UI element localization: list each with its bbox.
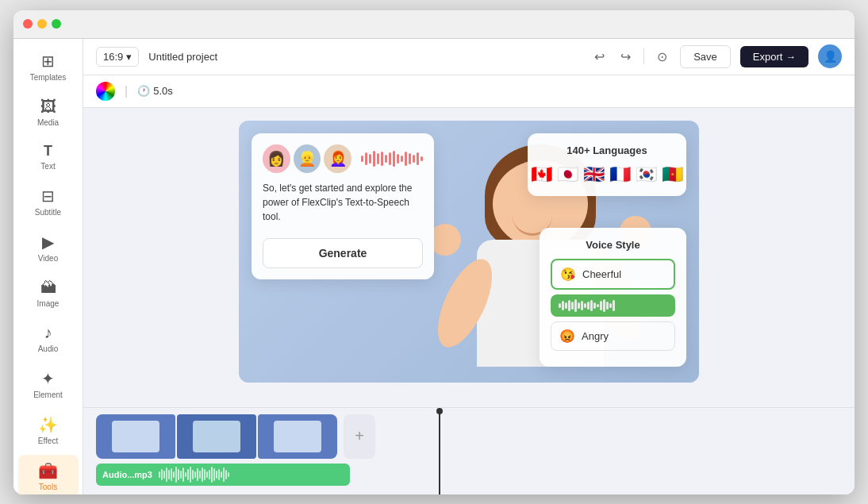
sidebar-label-text: Text (40, 162, 55, 171)
templates-icon: ⊞ (41, 52, 55, 71)
cheerful-label: Cheerful (582, 268, 621, 280)
add-clip-button[interactable]: + (344, 414, 375, 459)
tts-avatar-2: 👱 (294, 144, 321, 173)
sidebar-label-video: Video (38, 254, 58, 263)
cheerful-waveform (551, 294, 675, 317)
voice-style-title: Voice Style (551, 239, 675, 251)
image-icon: 🏔 (40, 279, 56, 297)
video-icon: ▶ (42, 233, 54, 252)
sidebar-label-subtitle: Subtitle (35, 208, 61, 217)
flag-japan: 🇯🇵 (557, 164, 578, 185)
flag-canada: 🇨🇦 (531, 164, 552, 185)
flags-row: 🇨🇦 🇯🇵 🇬🇧 🇫🇷 🇰🇷 🇨🇲 (539, 164, 675, 185)
sidebar-item-templates[interactable]: ⊞ Templates (18, 45, 79, 88)
app-window: ⊞ Templates 🖼 Media T Text ⊟ Subtitle ▶ … (13, 10, 855, 494)
content-area: 16:9 ▾ Untitled project ↩ ↪ ⊙ Save Expor… (83, 39, 855, 494)
tts-avatar-1: 👩 (263, 144, 290, 173)
settings-button[interactable]: ⊙ (654, 46, 670, 67)
export-button[interactable]: Export → (740, 46, 808, 67)
video-track (96, 414, 337, 459)
languages-panel: 140+ Languages 🇨🇦 🇯🇵 🇬🇧 🇫🇷 🇰🇷 🇨🇲 (528, 133, 686, 196)
tools-icon: 🧰 (38, 461, 58, 480)
canvas-area: 👩 👱 👩‍🦰 (83, 108, 855, 407)
angry-label: Angry (582, 330, 609, 342)
close-button[interactable] (23, 19, 33, 29)
timeline-separator: | (125, 84, 128, 98)
main-layout: ⊞ Templates 🖼 Media T Text ⊟ Subtitle ▶ … (13, 39, 855, 494)
duration-value: 5.0s (153, 85, 173, 97)
voice-style-angry[interactable]: 😡 Angry (551, 321, 675, 351)
sidebar-item-subtitle[interactable]: ⊟ Subtitle (18, 180, 79, 223)
voice-style-panel: Voice Style 😘 Cheerful (540, 228, 686, 367)
subtitle-icon: ⊟ (41, 187, 55, 206)
tts-panel: 👩 👱 👩‍🦰 (252, 133, 434, 279)
sidebar-item-text[interactable]: T Text (18, 137, 79, 177)
audio-track: Audio...mp3 (96, 464, 350, 486)
video-thumb-3 (258, 414, 337, 459)
clock-icon: 🕐 (137, 85, 150, 97)
sidebar-item-audio[interactable]: ♪ Audio (18, 317, 79, 360)
sidebar-item-video[interactable]: ▶ Video (18, 226, 79, 269)
aspect-ratio-button[interactable]: 16:9 ▾ (96, 47, 139, 67)
sidebar-label-templates: Templates (30, 73, 67, 82)
flag-korea: 🇰🇷 (636, 164, 657, 185)
maximize-button[interactable] (52, 19, 61, 29)
playhead-dot (436, 408, 443, 414)
sidebar-label-effect: Effect (38, 437, 58, 445)
generate-button[interactable]: Generate (263, 238, 423, 268)
angry-emoji: 😡 (559, 329, 575, 344)
project-title: Untitled project (148, 51, 582, 63)
flag-uk: 🇬🇧 (583, 164, 605, 185)
redo-button[interactable]: ↪ (617, 46, 634, 67)
sidebar-item-image[interactable]: 🏔 Image (18, 272, 79, 314)
tts-waveform (361, 144, 423, 173)
video-thumb-1 (96, 414, 175, 459)
save-button[interactable]: Save (680, 45, 731, 68)
editor-area: | 🕐 5.0s (83, 75, 855, 494)
sidebar-item-element[interactable]: ✦ Element (18, 363, 79, 406)
tts-avatars: 👩 👱 👩‍🦰 (263, 144, 423, 173)
video-canvas: 👩 👱 👩‍🦰 (239, 121, 699, 383)
tts-avatar-3: 👩‍🦰 (324, 144, 351, 173)
sidebar-label-audio: Audio (38, 344, 59, 353)
voice-style-cheerful[interactable]: 😘 Cheerful (551, 259, 675, 290)
color-wheel-icon[interactable] (96, 82, 115, 101)
text-icon: T (44, 143, 52, 160)
toolbar-divider (643, 48, 644, 64)
audio-waveform (159, 467, 344, 483)
languages-title: 140+ Languages (539, 144, 675, 156)
timeline-section: + Audio...mp3 (83, 407, 855, 494)
sidebar-item-tools[interactable]: 🧰 Tools (18, 455, 79, 494)
effect-icon: ✨ (38, 415, 58, 434)
avatar: 👤 (818, 44, 842, 68)
chevron-down-icon: ▾ (126, 51, 132, 63)
sidebar-item-effect[interactable]: ✨ Effect (18, 409, 79, 452)
cheerful-emoji: 😘 (560, 267, 576, 282)
video-track-row: + (96, 414, 842, 459)
toolbar: 16:9 ▾ Untitled project ↩ ↪ ⊙ Save Expor… (83, 39, 855, 75)
duration-display: 🕐 5.0s (137, 85, 173, 97)
video-thumb-2 (177, 414, 256, 459)
undo-button[interactable]: ↩ (591, 46, 608, 67)
minimize-button[interactable] (37, 19, 47, 29)
sidebar-label-image: Image (37, 299, 60, 308)
element-icon: ✦ (41, 369, 55, 388)
media-icon: 🖼 (40, 98, 56, 116)
title-bar (13, 10, 855, 39)
sidebar-label-element: Element (33, 391, 63, 399)
sidebar-label-media: Media (37, 118, 59, 127)
aspect-ratio-label: 16:9 (103, 51, 123, 63)
sidebar-label-tools: Tools (39, 483, 57, 491)
audio-label: Audio...mp3 (102, 470, 152, 479)
timeline-header: | 🕐 5.0s (83, 75, 855, 108)
flag-france: 🇫🇷 (609, 164, 631, 185)
sidebar: ⊞ Templates 🖼 Media T Text ⊟ Subtitle ▶ … (13, 39, 83, 494)
audio-track-row: Audio...mp3 (96, 464, 842, 486)
audio-icon: ♪ (44, 324, 52, 342)
toolbar-actions: ↩ ↪ ⊙ Save Export → 👤 (591, 44, 842, 68)
timeline-playhead (439, 408, 440, 494)
sidebar-item-media[interactable]: 🖼 Media (18, 91, 79, 133)
tts-text: So, let's get started and explore the po… (263, 181, 423, 229)
flag-cameroon: 🇨🇲 (662, 164, 683, 185)
